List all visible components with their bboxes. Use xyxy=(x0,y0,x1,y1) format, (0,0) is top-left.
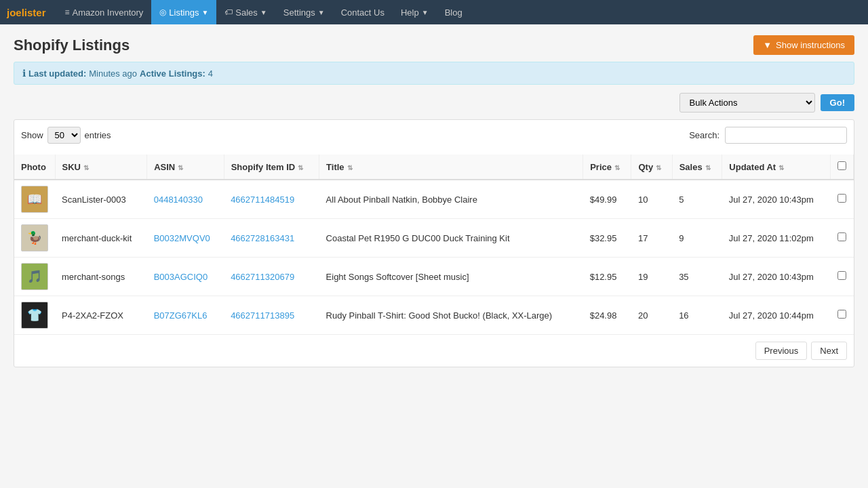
nav-help-label: Help xyxy=(401,7,419,18)
row-checkbox-cell xyxy=(831,258,854,296)
shopify-item-id-link[interactable]: 4662728163431 xyxy=(231,233,294,243)
brand-logo[interactable]: joelister xyxy=(7,7,46,18)
chevron-down-icon-sales: ▼ xyxy=(260,9,267,16)
row-checkbox-cell xyxy=(831,180,854,219)
active-listings-count: 4 xyxy=(208,68,213,79)
shopify-item-id-link[interactable]: 4662711713895 xyxy=(231,310,294,321)
row-checkbox[interactable] xyxy=(837,232,846,241)
nav-sales[interactable]: 🏷 Sales ▼ xyxy=(216,0,275,24)
nav-amazon-inventory[interactable]: ≡ Amazon Inventory xyxy=(57,0,152,24)
price-cell: $32.95 xyxy=(583,219,631,258)
tag-icon: 🏷 xyxy=(224,7,233,17)
col-updated-at[interactable]: Updated At⇅ xyxy=(722,155,831,180)
qty-cell: 20 xyxy=(631,296,672,335)
photo-cell: 🎵 xyxy=(14,258,55,296)
nav-contact-us[interactable]: Contact Us xyxy=(333,0,393,24)
search-input[interactable] xyxy=(725,127,847,144)
updated-at-cell: Jul 27, 2020 10:44pm xyxy=(722,296,831,335)
row-checkbox[interactable] xyxy=(837,271,846,280)
asin-link[interactable]: B07ZG67KL6 xyxy=(154,310,208,321)
col-price[interactable]: Price⇅ xyxy=(583,155,631,180)
asin-cell[interactable]: B0032MVQV0 xyxy=(147,219,224,258)
navbar: joelister ≡ Amazon Inventory ◎ Listings … xyxy=(0,0,868,24)
photo-cell: 🦆 xyxy=(14,219,55,258)
search-control: Search: xyxy=(689,127,847,144)
content-area: ℹ Last updated: Minutes ago Active Listi… xyxy=(0,62,868,381)
nav-listings[interactable]: ◎ Listings ▼ xyxy=(151,0,216,24)
shopify-item-id-cell[interactable]: 4662711484519 xyxy=(224,180,319,219)
chevron-down-icon-help: ▼ xyxy=(422,9,429,16)
shopify-item-id-link[interactable]: 4662711320679 xyxy=(231,272,294,282)
col-shopify-item-id[interactable]: Shopify Item ID⇅ xyxy=(224,155,319,180)
row-checkbox[interactable] xyxy=(837,194,846,203)
shopify-item-id-cell[interactable]: 4662711713895 xyxy=(224,296,319,335)
last-updated-label: Last updated: xyxy=(28,68,86,79)
asin-link[interactable]: B003AGCIQ0 xyxy=(154,272,208,282)
last-updated-time: Minutes ago xyxy=(89,68,137,79)
col-title[interactable]: Title⇅ xyxy=(319,155,583,180)
nav-sales-label: Sales xyxy=(235,7,258,18)
photo-cell: 👕 xyxy=(14,296,55,335)
asin-cell[interactable]: B003AGCIQ0 xyxy=(147,258,224,296)
table-row: 🎵 merchant-songs B003AGCIQ0 466271132067… xyxy=(14,258,854,296)
product-image: 🎵 xyxy=(21,263,48,290)
sort-icon-shopify: ⇅ xyxy=(298,164,303,171)
bulk-actions-row: Bulk Actions Go! xyxy=(14,93,854,113)
entries-per-page-select[interactable]: 50 xyxy=(47,127,81,144)
sort-icon-price: ⇅ xyxy=(614,164,620,171)
status-bar: ℹ Last updated: Minutes ago Active Listi… xyxy=(14,62,854,85)
nav-blog-label: Blog xyxy=(445,7,462,18)
show-instructions-icon: ▼ xyxy=(763,40,772,50)
nav-settings[interactable]: Settings ▼ xyxy=(275,0,333,24)
col-qty[interactable]: Qty⇅ xyxy=(631,155,672,180)
nav-settings-label: Settings xyxy=(283,7,315,18)
next-button[interactable]: Next xyxy=(811,342,847,360)
nav-contact-us-label: Contact Us xyxy=(341,7,384,18)
active-listings-label: Active Listings: xyxy=(140,68,205,79)
shopify-item-id-cell[interactable]: 4662711320679 xyxy=(224,258,319,296)
col-sales[interactable]: Sales⇅ xyxy=(672,155,722,180)
updated-at-cell: Jul 27, 2020 10:43pm xyxy=(722,180,831,219)
sort-icon-title: ⇅ xyxy=(347,164,353,171)
photo-cell: 📖 xyxy=(14,180,55,219)
price-cell: $49.99 xyxy=(583,180,631,219)
table-row: 🦆 merchant-duck-kit B0032MVQV0 466272816… xyxy=(14,219,854,258)
price-cell: $12.95 xyxy=(583,258,631,296)
sort-icon-sales: ⇅ xyxy=(705,164,711,171)
asin-link[interactable]: 0448140330 xyxy=(154,195,203,205)
table-row: 📖 ScanLister-0003 0448140330 46627114845… xyxy=(14,180,854,219)
sku-cell: merchant-duck-kit xyxy=(55,219,147,258)
row-checkbox-cell xyxy=(831,219,854,258)
shopify-item-id-link[interactable]: 4662711484519 xyxy=(231,195,294,205)
listings-table-container: Show 50 entries Search: Photo SKU⇅ ASIN⇅… xyxy=(14,119,854,367)
nav-help[interactable]: Help ▼ xyxy=(393,0,437,24)
select-all-checkbox[interactable] xyxy=(837,161,846,170)
col-asin[interactable]: ASIN⇅ xyxy=(147,155,224,180)
search-label: Search: xyxy=(689,130,719,140)
brand-name-part2: lister xyxy=(22,7,46,18)
asin-cell[interactable]: B07ZG67KL6 xyxy=(147,296,224,335)
col-checkbox xyxy=(831,155,854,180)
table-header-row: Photo SKU⇅ ASIN⇅ Shopify Item ID⇅ Title⇅… xyxy=(14,155,854,180)
go-button[interactable]: Go! xyxy=(821,94,854,111)
updated-at-cell: Jul 27, 2020 10:43pm xyxy=(722,258,831,296)
show-instructions-button[interactable]: ▼ Show instructions xyxy=(753,35,854,55)
row-checkbox[interactable] xyxy=(837,310,846,319)
asin-cell[interactable]: 0448140330 xyxy=(147,180,224,219)
sort-icon-qty: ⇅ xyxy=(656,164,661,171)
title-cell: Eight Songs Softcover [Sheet music] xyxy=(319,258,583,296)
bulk-actions-select[interactable]: Bulk Actions xyxy=(679,93,815,113)
price-cell: $24.98 xyxy=(583,296,631,335)
listings-table: Photo SKU⇅ ASIN⇅ Shopify Item ID⇅ Title⇅… xyxy=(14,155,854,334)
listings-icon: ◎ xyxy=(159,7,166,17)
title-cell: Rudy Pinball T-Shirt: Good Shot Bucko! (… xyxy=(319,296,583,335)
asin-link[interactable]: B0032MVQV0 xyxy=(154,233,210,243)
nav-blog[interactable]: Blog xyxy=(437,0,471,24)
sales-cell: 16 xyxy=(672,296,722,335)
shopify-item-id-cell[interactable]: 4662728163431 xyxy=(224,219,319,258)
title-cell: Coastal Pet R1950 G DUC00 Duck Training … xyxy=(319,219,583,258)
previous-button[interactable]: Previous xyxy=(755,342,808,360)
col-sku[interactable]: SKU⇅ xyxy=(55,155,147,180)
title-cell: All About Pinball Natkin, Bobbye Claire xyxy=(319,180,583,219)
sort-icon-updated: ⇅ xyxy=(778,164,784,171)
